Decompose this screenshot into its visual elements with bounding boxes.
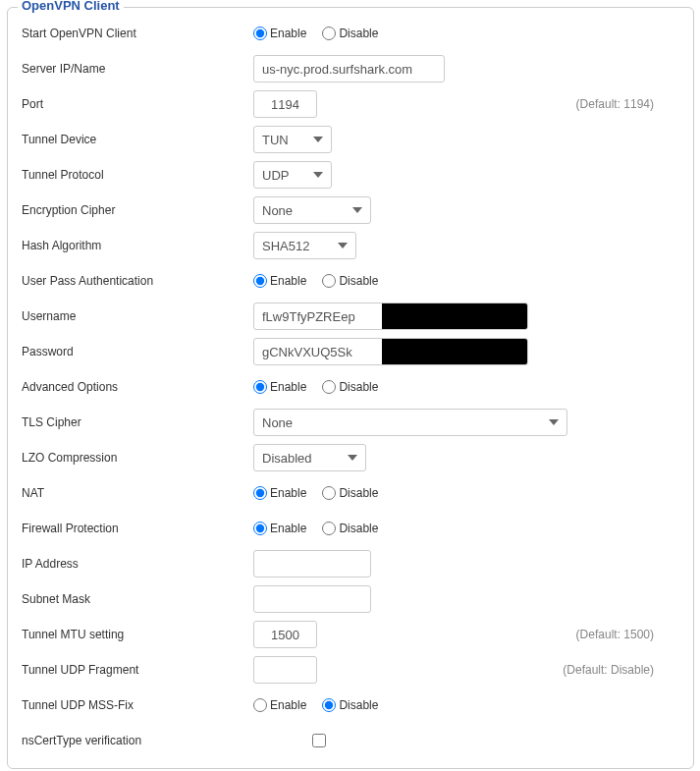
nscert-checkbox[interactable] <box>312 734 326 747</box>
tunnel-device-select[interactable]: TUN <box>253 126 332 153</box>
label-nat: NAT <box>18 486 253 500</box>
row-start-client: Start OpenVPN Client Enable Disable <box>18 16 683 51</box>
firewall-enable-radio[interactable] <box>253 522 267 535</box>
label-hash: Hash Algorithm <box>18 239 253 252</box>
username-field-wrap <box>253 303 528 330</box>
row-nscert: nsCertType verification <box>18 723 683 758</box>
row-advanced: Advanced Options Enable Disable <box>18 369 683 405</box>
label-tls-cipher: TLS Cipher <box>18 415 253 429</box>
firewall-enable-option[interactable]: Enable <box>253 522 306 535</box>
label-ip-address: IP Address <box>18 557 253 571</box>
row-lzo: LZO Compression Disabled <box>18 440 683 475</box>
lzo-select[interactable]: Disabled <box>253 444 366 471</box>
row-nat: NAT Enable Disable <box>18 475 683 511</box>
port-hint: (Default: 1194) <box>576 97 683 111</box>
tunnel-protocol-select[interactable]: UDP <box>253 161 332 189</box>
row-userpass: User Pass Authentication Enable Disable <box>18 263 683 299</box>
label-server: Server IP/Name <box>18 62 253 76</box>
label-tunnel-protocol: Tunnel Protocol <box>18 168 253 182</box>
advanced-disable-radio[interactable] <box>322 380 336 394</box>
start-disable-radio[interactable] <box>322 27 336 40</box>
mtu-input[interactable] <box>253 621 317 648</box>
port-input[interactable] <box>253 90 317 118</box>
mssfix-disable-option[interactable]: Disable <box>322 698 378 712</box>
userpass-disable-option[interactable]: Disable <box>322 274 378 288</box>
row-tls-cipher: TLS Cipher None <box>18 405 683 440</box>
userpass-enable-radio[interactable] <box>253 274 267 288</box>
userpass-enable-option[interactable]: Enable <box>253 274 306 288</box>
row-mtu: Tunnel MTU setting (Default: 1500) <box>18 617 683 652</box>
hash-select[interactable]: SHA512 <box>253 232 356 259</box>
row-port: Port (Default: 1194) <box>18 86 683 122</box>
row-username: Username <box>18 299 683 334</box>
mssfix-enable-option[interactable]: Enable <box>253 698 306 712</box>
udp-fragment-hint: (Default: Disable) <box>563 663 683 677</box>
row-firewall: Firewall Protection Enable Disable <box>18 511 683 546</box>
start-enable-option[interactable]: Enable <box>253 27 306 40</box>
label-nscert: nsCertType verification <box>18 734 253 747</box>
start-disable-option[interactable]: Disable <box>322 27 378 40</box>
nat-disable-option[interactable]: Disable <box>322 486 378 500</box>
nat-disable-radio[interactable] <box>322 486 336 500</box>
label-tunnel-device: Tunnel Device <box>18 133 253 146</box>
row-mss-fix: Tunnel UDP MSS-Fix Enable Disable <box>18 688 683 723</box>
advanced-enable-radio[interactable] <box>253 380 267 394</box>
username-redaction <box>382 303 528 330</box>
row-ip-address: IP Address <box>18 546 683 581</box>
mssfix-disable-radio[interactable] <box>322 698 336 712</box>
label-password: Password <box>18 345 253 358</box>
password-input[interactable] <box>254 339 382 364</box>
tls-cipher-select[interactable]: None <box>253 409 567 436</box>
label-start-client: Start OpenVPN Client <box>18 27 253 40</box>
start-enable-radio[interactable] <box>253 27 267 40</box>
mssfix-enable-radio[interactable] <box>253 698 267 712</box>
password-redaction <box>382 338 528 365</box>
label-subnet: Subnet Mask <box>18 592 253 606</box>
row-password: Password <box>18 334 683 369</box>
label-userpass: User Pass Authentication <box>18 274 253 288</box>
row-hash: Hash Algorithm SHA512 <box>18 228 683 263</box>
row-cipher: Encryption Cipher None <box>18 193 683 228</box>
label-port: Port <box>18 97 253 111</box>
label-udp-fragment: Tunnel UDP Fragment <box>18 663 253 677</box>
username-input[interactable] <box>254 303 382 329</box>
advanced-enable-option[interactable]: Enable <box>253 380 306 394</box>
label-username: Username <box>18 309 253 323</box>
row-tunnel-device: Tunnel Device TUN <box>18 122 683 157</box>
label-firewall: Firewall Protection <box>18 522 253 535</box>
row-subnet: Subnet Mask <box>18 581 683 617</box>
nat-enable-option[interactable]: Enable <box>253 486 306 500</box>
userpass-disable-radio[interactable] <box>322 274 336 288</box>
row-tunnel-protocol: Tunnel Protocol UDP <box>18 157 683 193</box>
row-udp-fragment: Tunnel UDP Fragment (Default: Disable) <box>18 652 683 688</box>
openvpn-client-panel: OpenVPN Client Start OpenVPN Client Enab… <box>7 7 694 769</box>
ip-address-input[interactable] <box>253 550 371 578</box>
label-cipher: Encryption Cipher <box>18 203 253 217</box>
server-input[interactable] <box>253 55 445 83</box>
subnet-input[interactable] <box>253 585 371 613</box>
label-advanced: Advanced Options <box>18 380 253 394</box>
advanced-disable-option[interactable]: Disable <box>322 380 378 394</box>
row-server: Server IP/Name <box>18 51 683 86</box>
password-field-wrap <box>253 338 528 365</box>
cipher-select[interactable]: None <box>253 196 371 224</box>
label-mtu: Tunnel MTU setting <box>18 628 253 641</box>
label-mss-fix: Tunnel UDP MSS-Fix <box>18 698 253 712</box>
panel-legend: OpenVPN Client <box>18 0 124 13</box>
firewall-disable-option[interactable]: Disable <box>322 522 378 535</box>
udp-fragment-input[interactable] <box>253 656 317 684</box>
nat-enable-radio[interactable] <box>253 486 267 500</box>
label-lzo: LZO Compression <box>18 451 253 465</box>
mtu-hint: (Default: 1500) <box>576 628 683 641</box>
firewall-disable-radio[interactable] <box>322 522 336 535</box>
